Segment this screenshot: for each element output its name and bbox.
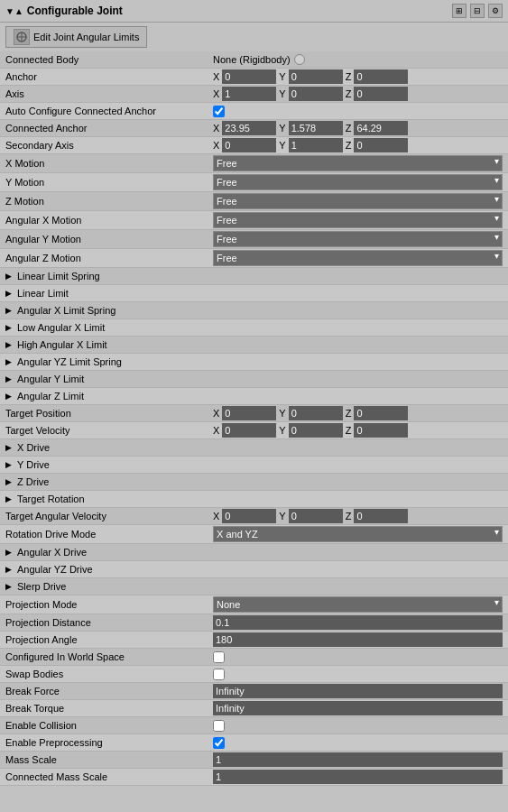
collapsible-row[interactable]: ▶Angular YZ Drive bbox=[0, 561, 508, 578]
dropdown-select[interactable]: Free bbox=[213, 155, 503, 171]
checkbox-row: Enable Collision bbox=[0, 717, 508, 734]
rows-container: Connected Body None (Rigidbody) Anchor X… bbox=[0, 51, 508, 786]
x-input[interactable] bbox=[222, 423, 276, 438]
z-input[interactable] bbox=[354, 406, 408, 420]
dropdown-wrap: Free ▾ bbox=[213, 174, 503, 190]
collapsible-row[interactable]: ▶Target Rotation bbox=[0, 491, 508, 508]
dropdown-label: Projection Mode bbox=[5, 599, 213, 610]
dropdown-wrap: X and YZ ▾ bbox=[213, 526, 503, 542]
z-input[interactable] bbox=[354, 423, 408, 438]
x-input[interactable] bbox=[222, 69, 276, 84]
x-label: X bbox=[213, 140, 219, 151]
x-input[interactable] bbox=[222, 87, 276, 101]
text-input-field[interactable] bbox=[213, 701, 503, 715]
dropdown-row: Y Motion Free ▾ bbox=[0, 173, 508, 192]
title-label: Configurable Joint bbox=[27, 5, 123, 17]
checkbox-row: Configured In World Space bbox=[0, 649, 508, 666]
y-input[interactable] bbox=[289, 121, 343, 135]
z-label: Z bbox=[346, 425, 352, 436]
checkbox-input[interactable] bbox=[213, 106, 225, 117]
dropdown-select[interactable]: Free bbox=[213, 250, 503, 266]
xyz-row: Anchor X Y Z bbox=[0, 69, 508, 86]
z-input[interactable] bbox=[354, 121, 408, 135]
collapsible-label: Angular Y Limit bbox=[15, 374, 84, 384]
z-input[interactable] bbox=[354, 87, 408, 101]
xyz-row: Secondary Axis X Y Z bbox=[0, 137, 508, 154]
collapsible-label: X Drive bbox=[15, 442, 50, 453]
dropdown-select[interactable]: Free bbox=[213, 212, 503, 228]
dropdown-wrap: Free ▾ bbox=[213, 193, 503, 209]
collapsible-row[interactable]: ▶Angular X Limit Spring bbox=[0, 302, 508, 319]
collapse-arrow: ▶ bbox=[5, 306, 12, 315]
collapsible-row[interactable]: ▶Angular Z Limit bbox=[0, 388, 508, 405]
text-input-field[interactable] bbox=[213, 752, 503, 767]
collapsible-label: Target Rotation bbox=[15, 494, 85, 504]
checkbox-input[interactable] bbox=[213, 669, 225, 680]
z-input[interactable] bbox=[354, 69, 408, 84]
xyz-inputs: X Y Z bbox=[213, 69, 503, 84]
xyz-row: Axis X Y Z bbox=[0, 86, 508, 103]
title-icons[interactable]: ⊞ ⊟ ⚙ bbox=[452, 4, 503, 18]
y-label: Y bbox=[279, 88, 285, 99]
text-input-row: Break Force bbox=[0, 683, 508, 700]
x-input[interactable] bbox=[222, 509, 276, 523]
checkbox-input[interactable] bbox=[213, 720, 225, 732]
text-input-field[interactable] bbox=[213, 615, 503, 630]
collapsible-row[interactable]: ▶Z Drive bbox=[0, 474, 508, 491]
collapse-arrow: ▶ bbox=[5, 323, 12, 332]
z-label: Z bbox=[346, 140, 352, 151]
collapsible-row[interactable]: ▶High Angular X Limit bbox=[0, 337, 508, 354]
collapsible-row[interactable]: ▶Angular YZ Limit Spring bbox=[0, 354, 508, 371]
x-label: X bbox=[213, 88, 219, 99]
z-input[interactable] bbox=[354, 509, 408, 523]
settings-icon[interactable]: ⚙ bbox=[488, 4, 503, 18]
y-input[interactable] bbox=[289, 406, 343, 420]
collapsible-row[interactable]: ▶Linear Limit Spring bbox=[0, 268, 508, 285]
x-input[interactable] bbox=[222, 138, 276, 152]
dropdown-wrap: Free ▾ bbox=[213, 231, 503, 247]
edit-joint-icon bbox=[14, 29, 30, 45]
collapsible-row[interactable]: ▶Low Angular X Limit bbox=[0, 319, 508, 337]
collapsible-row[interactable]: ▶Slerp Drive bbox=[0, 578, 508, 595]
collapsible-label: Angular YZ Limit Spring bbox=[15, 356, 122, 367]
dropdown-label: Z Motion bbox=[5, 196, 213, 207]
y-input[interactable] bbox=[289, 138, 343, 152]
text-input-field[interactable] bbox=[213, 770, 503, 784]
field-label: Connected Body bbox=[5, 54, 213, 65]
checkbox-label: Configured In World Space bbox=[5, 651, 213, 662]
collapsible-row[interactable]: ▶X Drive bbox=[0, 439, 508, 457]
collapsible-row[interactable]: ▶Y Drive bbox=[0, 457, 508, 474]
icon-btn-2[interactable]: ⊟ bbox=[470, 4, 485, 18]
collapsible-label: Angular X Limit Spring bbox=[15, 305, 115, 316]
checkbox-input[interactable] bbox=[213, 737, 225, 749]
icon-btn-1[interactable]: ⊞ bbox=[452, 4, 466, 18]
dropdown-select[interactable]: None bbox=[213, 596, 503, 613]
dropdown-row: X Motion Free ▾ bbox=[0, 154, 508, 173]
collapsible-row[interactable]: ▶Angular Y Limit bbox=[0, 371, 508, 388]
collapsible-label: High Angular X Limit bbox=[15, 339, 107, 350]
text-input-field[interactable] bbox=[213, 632, 503, 647]
checkbox-row: Enable Preprocessing bbox=[0, 734, 508, 752]
dropdown-select[interactable]: Free bbox=[213, 231, 503, 247]
edit-joint-button[interactable]: Edit Joint Angular Limits bbox=[5, 26, 147, 48]
text-input-field[interactable] bbox=[213, 684, 503, 698]
dropdown-select[interactable]: Free bbox=[213, 193, 503, 209]
dropdown-select[interactable]: Free bbox=[213, 174, 503, 190]
checkbox-input[interactable] bbox=[213, 651, 225, 663]
collapsible-row[interactable]: ▶Linear Limit bbox=[0, 285, 508, 302]
y-input[interactable] bbox=[289, 509, 343, 523]
y-input[interactable] bbox=[289, 423, 343, 438]
collapsible-label: Low Angular X Limit bbox=[15, 322, 105, 333]
xyz-label: Target Velocity bbox=[5, 425, 213, 436]
x-input[interactable] bbox=[222, 406, 276, 420]
collapsible-row[interactable]: ▶Angular X Drive bbox=[0, 544, 508, 561]
x-input[interactable] bbox=[222, 121, 276, 135]
z-label: Z bbox=[346, 88, 352, 99]
dropdown-select[interactable]: X and YZ bbox=[213, 526, 503, 542]
y-input[interactable] bbox=[289, 87, 343, 101]
top-button-row: Edit Joint Angular Limits bbox=[0, 23, 508, 51]
object-picker-icon[interactable] bbox=[294, 54, 305, 65]
y-input[interactable] bbox=[289, 69, 343, 84]
z-label: Z bbox=[346, 511, 352, 521]
z-input[interactable] bbox=[354, 138, 408, 152]
